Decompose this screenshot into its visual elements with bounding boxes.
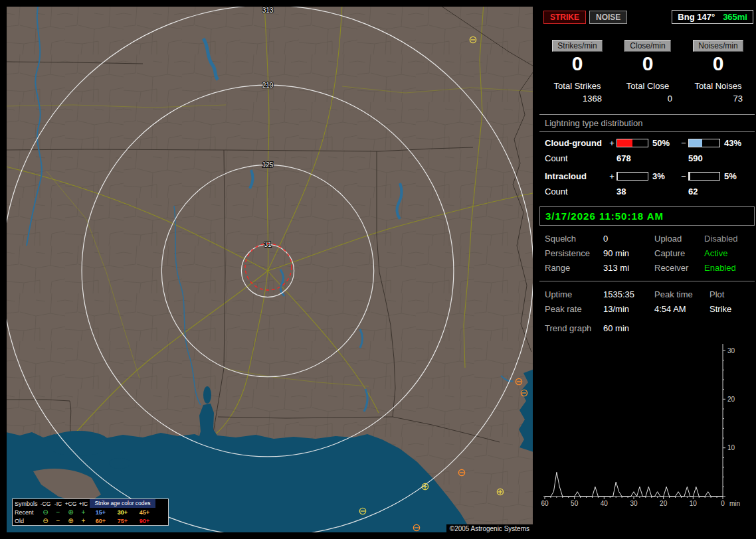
- intracloud-count-row: Count 38 62: [545, 184, 755, 198]
- totals-row: Total Strikes 1368 Total Close 0 Total N…: [542, 81, 753, 104]
- ic-positive-count: 38: [616, 187, 679, 196]
- datetime-display: 3/17/2026 11:50:18 AM: [539, 206, 755, 226]
- lightning-map[interactable]: 31321912531 Symbols -CG -IC +CG +IC Stri…: [7, 7, 533, 532]
- legend-col-pos-ic: +IC: [77, 501, 90, 507]
- plus-sign: +: [607, 171, 616, 181]
- svg-text:30: 30: [630, 500, 638, 507]
- total-strikes-value: 1368: [542, 94, 613, 104]
- trend-graph-row: Trend graph 60 min: [545, 323, 755, 333]
- legend-recent-label: Recent: [13, 509, 39, 516]
- pos-cg-old-icon: ⊕: [64, 518, 77, 524]
- total-close-label: Total Close: [613, 81, 683, 91]
- map-svg: 31321912531: [7, 7, 533, 532]
- close-per-min-button[interactable]: Close/min: [624, 40, 670, 52]
- legend-col-pos-cg: +CG: [64, 501, 77, 507]
- legend-age-header: Strike age color codes: [90, 499, 155, 508]
- control-panel: STRIKE NOISE Bng 147° 365mi Strikes/min …: [539, 5, 755, 536]
- svg-text:20: 20: [727, 396, 735, 403]
- upload-label: Upload: [654, 234, 704, 244]
- bearing-value: Bng 147°: [678, 12, 715, 22]
- receiver-status: Enabled: [704, 263, 755, 273]
- strike-button[interactable]: STRIKE: [543, 11, 586, 24]
- minus-sign: −: [679, 171, 688, 181]
- age-75-label: 75+: [112, 518, 134, 524]
- peak-time-value: 4:54 AM: [654, 304, 709, 314]
- ic-positive-bar-fill: [617, 173, 618, 180]
- svg-text:30: 30: [727, 347, 735, 354]
- svg-text:50: 50: [571, 500, 579, 507]
- squelch-value: 0: [603, 234, 654, 244]
- total-noises-label: Total Noises: [683, 81, 753, 91]
- svg-text:60: 60: [541, 500, 549, 507]
- age-45-label: 45+: [134, 509, 155, 516]
- ic-negative-bar-fill: [689, 173, 690, 180]
- copyright-text: ©2005 Astrogenic Systems: [446, 524, 533, 533]
- peak-time-label: Peak time: [654, 289, 709, 299]
- noise-button[interactable]: NOISE: [589, 11, 627, 24]
- legend-symbols-header: Symbols: [13, 501, 39, 507]
- uptime-label: Uptime: [545, 289, 603, 299]
- neg-ic-recent-icon: −: [52, 509, 64, 516]
- separator: [539, 131, 755, 132]
- cg-negative-pct: 43%: [721, 138, 755, 148]
- legend-col-neg-cg: -CG: [39, 501, 52, 507]
- intracloud-label: Intracloud: [545, 171, 607, 181]
- count-label: Count: [545, 187, 607, 196]
- peak-rate-value: 13/min: [603, 304, 654, 314]
- trend-graph-label: Trend graph: [545, 323, 603, 333]
- noises-per-min-button[interactable]: Noises/min: [693, 40, 743, 52]
- age-15-label: 15+: [90, 509, 112, 516]
- persistence-value: 90 min: [603, 248, 654, 258]
- plus-sign: +: [607, 138, 616, 148]
- intracloud-row: Intracloud + 3% − 5%: [545, 168, 755, 184]
- svg-text:219: 219: [262, 82, 274, 89]
- cg-positive-count: 678: [616, 153, 679, 163]
- bearing-readout: Bng 147° 365mi: [672, 10, 753, 24]
- separator: [539, 281, 755, 281]
- strikes-per-min-value: 0: [542, 53, 613, 74]
- pos-cg-recent-icon: ⊕: [64, 509, 77, 516]
- svg-text:31: 31: [264, 241, 272, 248]
- range-value: 313 mi: [603, 263, 654, 273]
- cg-negative-bar: [688, 139, 720, 147]
- svg-text:min: min: [729, 500, 740, 507]
- settings-grid: Squelch 0 Upload Disabled Persistence 90…: [545, 234, 755, 273]
- squelch-label: Squelch: [545, 234, 603, 244]
- capture-label: Capture: [654, 248, 704, 258]
- count-label: Count: [545, 153, 607, 163]
- cg-negative-count: 590: [688, 153, 755, 163]
- uptime-value: 1535:35: [603, 289, 654, 299]
- svg-text:20: 20: [660, 500, 668, 507]
- trend-chart: 6050403020100min302010: [541, 339, 751, 512]
- receiver-label: Receiver: [654, 263, 704, 273]
- nexstorm-app-window: 31321912531 Symbols -CG -IC +CG +IC Stri…: [0, 0, 756, 539]
- minus-sign: −: [679, 138, 688, 148]
- age-30-label: 30+: [112, 509, 134, 516]
- cg-positive-pct: 50%: [650, 138, 679, 148]
- stats-grid: Uptime 1535:35 Peak time Plot Peak rate …: [545, 289, 755, 314]
- total-noises-value: 73: [683, 94, 753, 104]
- noises-per-min-value: 0: [683, 53, 753, 74]
- separator: [539, 114, 755, 115]
- map-legend: Symbols -CG -IC +CG +IC Strike age color…: [12, 499, 169, 526]
- neg-cg-recent-icon: ⊖: [39, 509, 52, 516]
- toolbar: STRIKE NOISE Bng 147° 365mi: [543, 10, 753, 24]
- cg-negative-bar-fill: [689, 139, 702, 147]
- trend-window-value: 60 min: [603, 323, 755, 333]
- ic-positive-bar: [616, 172, 648, 181]
- cg-positive-bar: [616, 139, 648, 147]
- ic-positive-pct: 3%: [650, 171, 679, 181]
- pos-ic-recent-icon: +: [77, 509, 90, 516]
- plot-label: Plot: [709, 289, 755, 299]
- rate-counters: Strikes/min 0 Close/min 0 Noises/min 0: [542, 40, 753, 74]
- cg-positive-bar-fill: [617, 139, 632, 147]
- range-label: Range: [545, 263, 603, 273]
- neg-cg-old-icon: ⊖: [39, 518, 52, 524]
- svg-text:10: 10: [690, 500, 698, 507]
- legend-col-neg-ic: -IC: [52, 501, 64, 507]
- svg-text:125: 125: [262, 161, 274, 169]
- peak-rate-label: Peak rate: [545, 304, 603, 314]
- strikes-per-min-button[interactable]: Strikes/min: [552, 40, 602, 52]
- legend-old-label: Old: [13, 518, 39, 524]
- svg-text:313: 313: [262, 7, 274, 14]
